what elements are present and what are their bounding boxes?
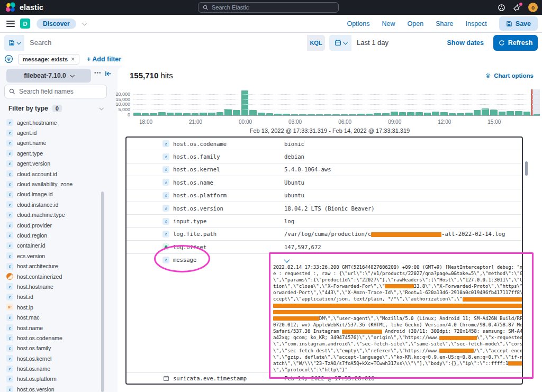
sidebar-field-agent.version[interactable]: tagent.version — [4, 159, 101, 169]
doc-field-row-message[interactable]: tmessage2022.02.14 17:33:26.200 GMT(5216… — [127, 254, 522, 373]
histogram-bar-22:00[interactable] — [208, 113, 215, 115]
histogram-bar-21:00[interactable] — [192, 113, 199, 116]
filter-pill-message-exists[interactable]: message: exists × — [18, 54, 79, 65]
sidebar-field-cloud.region[interactable]: tcloud.region — [4, 230, 101, 240]
histogram-bar-11:00[interactable] — [424, 113, 431, 115]
refresh-button[interactable]: Refresh — [493, 35, 538, 51]
histogram-bar-02:30[interactable] — [283, 114, 290, 115]
time-range-value[interactable]: Last 1 day — [351, 35, 447, 51]
histogram-bar-05:30[interactable] — [332, 114, 340, 115]
histogram-bar-12:00[interactable] — [440, 112, 448, 115]
histogram-bar-12:30[interactable] — [449, 113, 456, 115]
histogram-bar-00:30[interactable] — [249, 110, 257, 115]
kql-toggle[interactable]: KQL — [307, 35, 325, 51]
sidebar-field-cloud.availability_zone[interactable]: tcloud.availability_zone — [4, 179, 101, 189]
histogram-bar-07:30[interactable] — [366, 114, 373, 115]
histogram-bar-16:30[interactable] — [515, 111, 522, 115]
filters-icon[interactable] — [4, 54, 13, 63]
histogram-bar-13:30[interactable] — [465, 113, 473, 115]
sidebar-field-cloud.image.id[interactable]: tcloud.image.id — [4, 189, 101, 199]
doc-field-row-host.os.family[interactable]: thost.os.familydebian — [127, 150, 522, 163]
histogram-bar-13:00[interactable] — [457, 113, 464, 116]
histogram-bar-01:00[interactable] — [258, 113, 265, 115]
sidebar-field-host.os.family[interactable]: thost.os.family — [4, 343, 101, 353]
doc-field-row-host.os.name[interactable]: thost.os.nameUbuntu — [127, 176, 522, 189]
histogram-bar-18:00[interactable] — [142, 113, 149, 116]
sidebar-field-container.id[interactable]: tcontainer.id — [4, 241, 101, 251]
sidebar-field-host.id[interactable]: thost.id — [4, 292, 101, 302]
sidebar-field-host.mac[interactable]: thost.mac — [4, 312, 101, 322]
histogram-bar-08:30[interactable] — [382, 113, 390, 115]
doc-field-row-input.type[interactable]: tinput.typelog — [127, 215, 522, 227]
share-link[interactable]: Share — [436, 20, 453, 28]
collapse-value-icon[interactable] — [284, 257, 290, 262]
histogram-bar-08:00[interactable] — [374, 113, 381, 115]
sidebar-field-cloud.account.id[interactable]: tcloud.account.id — [4, 169, 101, 179]
sidebar-field-host.hostname[interactable]: thost.hostname — [4, 281, 101, 291]
elastic-logo[interactable]: elastic — [0, 2, 43, 13]
sidebar-field-host.name[interactable]: thost.name — [4, 323, 101, 333]
remove-filter-icon[interactable]: × — [71, 56, 75, 63]
sidebar-field-agent.name[interactable]: tagent.name — [4, 138, 101, 148]
collapse-sidebar-icon[interactable] — [105, 71, 112, 77]
doc-field-row-host.os.platform[interactable]: thost.os.platformubuntu — [127, 189, 522, 202]
sidebar-field-cloud.machine.type[interactable]: tcloud.machine.type — [4, 210, 101, 220]
sidebar-field-host.os.kernel[interactable]: thost.os.kernel — [4, 353, 101, 363]
notifications-icon[interactable] — [513, 4, 521, 12]
histogram-bar-09:30[interactable] — [399, 112, 406, 115]
open-link[interactable]: Open — [408, 20, 424, 28]
histogram-bar-20:30[interactable] — [183, 113, 191, 115]
results-scrollbar[interactable] — [525, 161, 528, 176]
sidebar-field-host.architecture[interactable]: thost.architecture — [4, 261, 101, 271]
save-button[interactable]: Save — [499, 16, 538, 31]
sidebar-field-host.os.platform[interactable]: thost.os.platform — [4, 374, 101, 384]
histogram-bar-18:30[interactable] — [150, 113, 157, 115]
field-search-input[interactable]: Search field names — [4, 85, 107, 98]
global-search-input[interactable]: Search Elastic — [198, 2, 339, 13]
add-filter-link[interactable]: + Add filter — [87, 56, 121, 63]
sidebar-field-agent.hostname[interactable]: tagent.hostname — [4, 117, 101, 127]
histogram-bar-19:30[interactable] — [167, 113, 174, 115]
menu-icon[interactable] — [6, 21, 15, 27]
histogram-bar-21:30[interactable] — [200, 113, 207, 115]
histogram-bar-10:00[interactable] — [407, 112, 414, 115]
sidebar-field-agent.type[interactable]: tagent.type — [4, 148, 101, 158]
inspect-link[interactable]: Inspect — [465, 20, 486, 28]
histogram-bar-05:00[interactable] — [324, 114, 331, 115]
histogram-bar-17:30[interactable] — [133, 113, 141, 115]
discover-app-badge[interactable]: D — [20, 19, 30, 29]
sidebar-field-host.os.name[interactable]: thost.os.name — [4, 363, 101, 373]
histogram-bar-17:00[interactable] — [523, 112, 531, 115]
histogram-bar-06:00[interactable] — [341, 114, 348, 115]
sidebar-scrollbar[interactable] — [101, 192, 104, 392]
sidebar-field-host.ip[interactable]: IPhost.ip — [4, 302, 101, 312]
sidebar-field-agent.id[interactable]: tagent.id — [4, 127, 101, 138]
breadcrumb[interactable]: Discover — [37, 19, 76, 29]
sidebar-field-host.os.codename[interactable]: thost.os.codename — [4, 333, 101, 343]
sidebar-field-cloud.provider[interactable]: tcloud.provider — [4, 220, 101, 230]
histogram-bar-14:00[interactable] — [474, 110, 481, 115]
guided-setup-icon[interactable] — [498, 4, 505, 12]
histogram-bar-15:30[interactable] — [499, 112, 506, 115]
doc-field-row-log.offset[interactable]: #log.offset147,597,672 — [127, 241, 522, 253]
histogram-bar-22:30[interactable] — [216, 112, 224, 115]
filter-by-type-dropdown[interactable]: Filter by type 0 — [4, 102, 107, 115]
date-picker-button[interactable] — [329, 35, 351, 51]
histogram-bar-04:30[interactable] — [316, 114, 323, 115]
chart-options-link[interactable]: Chart options — [485, 72, 534, 79]
histogram-bar-20:00[interactable] — [175, 113, 182, 115]
histogram-bar-19:00[interactable] — [158, 112, 166, 115]
new-link[interactable]: New — [382, 20, 395, 28]
user-avatar[interactable]: o — [528, 3, 538, 12]
breadcrumb-chevron-icon[interactable] — [82, 21, 86, 25]
index-options-icon[interactable]: ••• — [94, 70, 102, 76]
doc-field-row-host.os.codename[interactable]: thost.os.codenamebionic — [127, 138, 522, 150]
index-pattern-selector[interactable]: filebeat-7.10.0 — [6, 69, 91, 83]
histogram-bar-07:00[interactable] — [357, 114, 365, 115]
search-query-input[interactable]: Search — [24, 35, 307, 51]
saved-query-button[interactable] — [4, 35, 24, 51]
histogram-bar-03:00[interactable] — [291, 114, 299, 115]
doc-field-row-suricata.eve.timestamp[interactable]: suricata.eve.timestampFeb 14, 2022 @ 17:… — [127, 373, 522, 384]
histogram-bar-16:00[interactable] — [507, 111, 514, 115]
histogram-bar-04:00[interactable] — [308, 114, 315, 115]
